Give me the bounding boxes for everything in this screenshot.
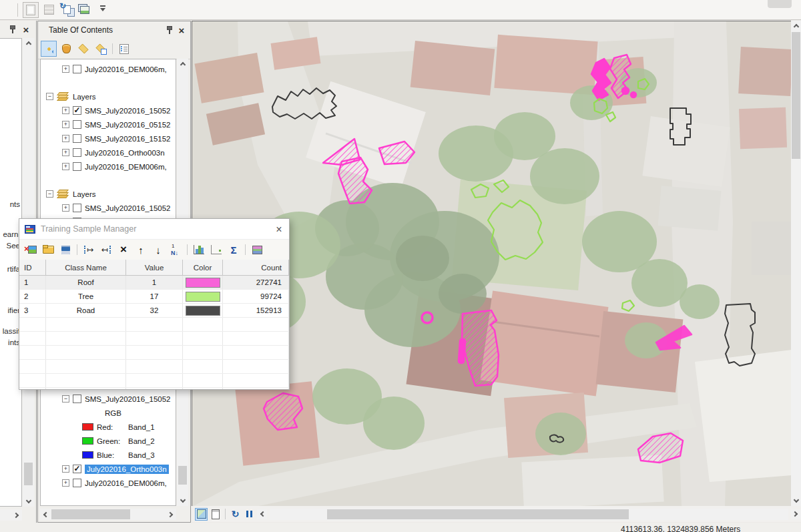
scatterplots-button[interactable]: [208, 242, 224, 258]
layer-row[interactable]: +SMS_July202016_05152: [41, 117, 176, 131]
scrollbar-thumb[interactable]: [178, 466, 187, 485]
collapse-expander-icon[interactable]: −: [46, 190, 53, 198]
layer-row[interactable]: +SMS_July202016_15152: [41, 131, 176, 146]
table-empty-row[interactable]: [19, 346, 289, 360]
table-row[interactable]: 1Roof1272741: [19, 276, 289, 290]
scrollbar-thumb[interactable]: [327, 509, 629, 519]
layer-label[interactable]: July202016_Ortho003n: [85, 465, 169, 474]
scroll-right-button[interactable]: [12, 510, 22, 520]
layer-visibility-checkbox[interactable]: ✓: [73, 465, 81, 473]
layer-visibility-checkbox[interactable]: [73, 204, 81, 212]
layer-visibility-checkbox[interactable]: [73, 479, 81, 487]
layer-group-row[interactable]: −Layers: [41, 89, 176, 103]
table-empty-row[interactable]: [19, 318, 289, 332]
delete-button[interactable]: [115, 242, 131, 258]
options-button[interactable]: [116, 41, 132, 57]
move-down-button[interactable]: [150, 242, 166, 258]
scroll-up-button[interactable]: [23, 38, 33, 48]
swap-pages-button[interactable]: [59, 2, 75, 18]
clear-button[interactable]: [23, 242, 39, 258]
scroll-right-button[interactable]: [166, 509, 176, 519]
split-button[interactable]: [98, 242, 114, 258]
scroll-down-button[interactable]: [178, 496, 188, 506]
layer-row[interactable]: +July202016_DEM006m,: [41, 62, 176, 76]
scroll-left-button[interactable]: [40, 509, 50, 519]
layer-group-row[interactable]: −Layers: [41, 187, 176, 201]
layer-label[interactable]: July202016_DEM006m,: [85, 479, 167, 487]
collapse-expander-icon[interactable]: +: [62, 479, 69, 487]
pin-button[interactable]: [7, 23, 19, 35]
layer-visibility-checkbox[interactable]: [73, 65, 81, 73]
save-button[interactable]: [57, 242, 73, 258]
map-scroll-right-button[interactable]: [791, 509, 801, 519]
class-color-swatch[interactable]: [186, 292, 220, 302]
layer-label[interactable]: SMS_July202016_15052: [85, 395, 171, 403]
table-empty-row[interactable]: [19, 332, 289, 346]
dialog-title-bar[interactable]: Training Sample Manager ×: [19, 219, 289, 239]
layer-row[interactable]: −SMS_July202016_15052: [41, 392, 176, 406]
collapse-expander-icon[interactable]: +: [62, 465, 69, 473]
column-header-color[interactable]: Color: [183, 260, 223, 275]
merge-button[interactable]: [81, 242, 97, 258]
renumber-button[interactable]: [168, 242, 184, 258]
layer-visibility-checkbox[interactable]: ✓: [73, 106, 81, 115]
layer-label[interactable]: July202016_DEM006m,: [85, 65, 167, 73]
scrollbar-thumb[interactable]: [51, 509, 130, 519]
cell-color[interactable]: [183, 276, 223, 289]
move-up-button[interactable]: [133, 242, 149, 258]
column-header-value[interactable]: Value: [126, 260, 183, 275]
layer-visibility-checkbox[interactable]: [73, 148, 81, 157]
layer-label[interactable]: SMS_July202016_05152: [85, 121, 171, 129]
left-panel-horizontal-scrollbar[interactable]: [0, 509, 22, 521]
class-color-swatch[interactable]: [186, 306, 220, 316]
layer-label[interactable]: July202016_DEM006m,: [85, 163, 167, 171]
map-grid-button[interactable]: [41, 2, 57, 18]
statistics-button[interactable]: [226, 242, 242, 258]
signature-file-button[interactable]: [249, 242, 265, 258]
layer-label[interactable]: SMS_July202016_15052: [85, 204, 171, 212]
collapse-expander-icon[interactable]: +: [62, 121, 69, 128]
toc-horizontal-scrollbar[interactable]: [40, 509, 176, 520]
layer-visibility-checkbox[interactable]: [73, 162, 81, 171]
column-header-count[interactable]: Count: [223, 260, 289, 275]
scroll-up-button[interactable]: [791, 21, 801, 31]
close-button[interactable]: ×: [20, 23, 32, 35]
list-by-source-button[interactable]: [58, 41, 74, 57]
collapse-expander-icon[interactable]: +: [62, 204, 69, 212]
cell-color[interactable]: [183, 304, 223, 317]
map-scroll-left-button[interactable]: [257, 509, 267, 519]
collapse-expander-icon[interactable]: +: [62, 107, 69, 114]
map-horizontal-scrollbar[interactable]: [270, 509, 788, 520]
class-color-swatch[interactable]: [186, 278, 220, 288]
open-button[interactable]: [40, 242, 56, 258]
pin-button[interactable]: [164, 24, 176, 36]
table-empty-row[interactable]: [19, 374, 289, 388]
collapse-expander-icon[interactable]: −: [46, 93, 53, 100]
scrollbar-thumb[interactable]: [24, 463, 33, 485]
collapse-expander-icon[interactable]: +: [62, 65, 69, 73]
list-by-visibility-button[interactable]: [75, 41, 91, 57]
page-stack-button[interactable]: [77, 2, 93, 18]
scrollbar-thumb[interactable]: [792, 32, 800, 159]
layer-visibility-checkbox[interactable]: [73, 394, 81, 403]
collapse-expander-icon[interactable]: +: [62, 135, 69, 142]
layer-row[interactable]: +✓July202016_Ortho003n: [41, 462, 176, 476]
layer-row[interactable]: +✓SMS_July202016_15052: [41, 103, 176, 117]
collapse-expander-icon[interactable]: +: [62, 163, 69, 170]
list-by-selection-button[interactable]: [93, 41, 109, 57]
layer-row[interactable]: +July202016_DEM006m,: [41, 476, 176, 490]
dialog-close-button[interactable]: ×: [273, 223, 285, 235]
scroll-up-button[interactable]: [178, 59, 188, 69]
table-row[interactable]: 3Road32152913: [19, 304, 289, 318]
layer-row[interactable]: +July202016_Ortho003n: [41, 146, 176, 160]
collapse-expander-icon[interactable]: −: [62, 395, 69, 403]
layer-row[interactable]: +SMS_July202016_15052: [41, 201, 176, 215]
page-preview-button[interactable]: [23, 2, 39, 18]
pause-button[interactable]: [243, 508, 256, 521]
cell-color[interactable]: [183, 290, 223, 303]
table-empty-row[interactable]: [19, 360, 289, 374]
scroll-down-button[interactable]: [23, 497, 33, 507]
layout-view-button[interactable]: [209, 508, 222, 521]
column-header-class-name[interactable]: Class Name: [46, 260, 126, 275]
layer-label[interactable]: July202016_Ortho003n: [85, 149, 165, 157]
